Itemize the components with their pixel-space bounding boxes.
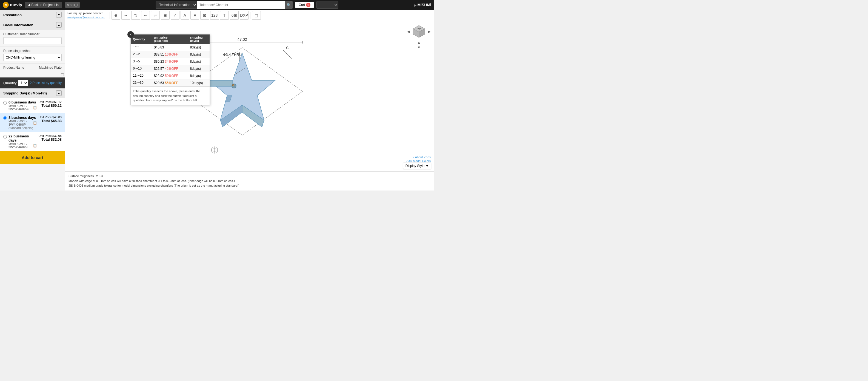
quantity-label: Quantity [3, 81, 17, 85]
toolbar-btn-text-t[interactable]: T [220, 11, 229, 20]
price-table: Quantity unit price(excl. tax) shippingd… [131, 34, 210, 86]
toolbar-btn-resize[interactable]: ↔ [141, 11, 150, 20]
customer-order-input[interactable] [3, 37, 62, 44]
search-input[interactable] [197, 1, 285, 9]
processing-method-select[interactable]: CNC-Milling/Turning [3, 54, 62, 61]
toolbar-btn-views[interactable]: 6⊞ [230, 11, 239, 20]
shipping-radio-6days[interactable] [3, 101, 7, 105]
shipping-option-6days[interactable]: 6 business days MVBLK-MCL-3WY-XHH8P-E 📋 … [0, 98, 65, 113]
toolbar: For inquiry, please contact: meviy-usa@m… [65, 10, 434, 21]
quantity-select[interactable]: 1 2 3 4 5 [18, 80, 28, 86]
inquiry-info: For inquiry, please contact: meviy-usa@m… [67, 11, 105, 20]
svg-text:C: C [286, 46, 288, 50]
rotate-left-btn[interactable]: ◀ [407, 29, 410, 34]
basic-info-header[interactable]: Basic Information ▲ [0, 20, 65, 30]
price-row-1: 1〜1 $45.83 8day(s) [131, 44, 210, 51]
toolbar-btn-origin[interactable]: ⊕ [112, 11, 120, 20]
view-area: 47.02 Φ3.4 THRU C [65, 21, 434, 171]
cart-button[interactable]: Cart 0 [296, 2, 314, 8]
standard-badge: Standard Shipping [8, 126, 37, 130]
surface-roughness: Surface roughness Ra6.3 [68, 174, 431, 179]
shipping-days-8days: 8 business days [8, 115, 37, 119]
search-icon: 🔍 [287, 3, 291, 7]
precaution-header[interactable]: Precaution ▼ [0, 10, 65, 20]
cart-label: Cart [299, 3, 305, 7]
svg-text:Top: Top [417, 27, 421, 30]
about-links: ? About icons ? 3D Model Colors [406, 155, 431, 163]
right-area: For inquiry, please contact: meviy-usa@m… [65, 10, 434, 190]
inquiry-label: For inquiry, please contact: [67, 11, 105, 15]
rotation-indicator [210, 146, 219, 155]
question-icon-3d: ? [406, 159, 407, 163]
price-row-6: 21〜30 $20.63 55%OFF 10day(s) [131, 79, 210, 86]
back-button[interactable]: ◀ Back to Project List [25, 2, 62, 8]
display-style-label: Display Style [405, 164, 425, 168]
language-dropdown[interactable] [316, 1, 338, 9]
customer-order-label: Customer Order Number [3, 32, 62, 36]
price-list-link[interactable]: ? Price list by quantity [29, 81, 62, 85]
add-to-cart-button[interactable]: Add to cart [0, 151, 65, 164]
toolbar-btn-height[interactable]: ⇅ [131, 11, 140, 20]
rotate-right-btn[interactable]: ▶ [428, 29, 431, 34]
shipping-header[interactable]: Shipping Day(s) (Mon-Fri) ▲ [0, 89, 65, 98]
shipping-code-6days: MVBLK-MCL-3WY-XHH8P-E 📋 [8, 104, 37, 111]
price-list-popup: × Quantity unit price(excl. tax) shippin… [130, 34, 210, 105]
col-quantity-header: Quantity [131, 34, 152, 44]
about-icons-link[interactable]: ? About icons [406, 155, 431, 159]
shipping-option-22days[interactable]: 22 business days MVBLK-MCL-3WY-XHH8P-L 📋… [0, 132, 65, 151]
shipping-price-22days: Unit Price $32.08 Total $32.08 [39, 134, 62, 141]
svg-point-16 [232, 84, 234, 86]
svg-marker-13 [207, 80, 232, 86]
back-arrow-icon: ◀ [28, 3, 30, 7]
shipping-price-6days: Unit Price $59.12 Total $59.12 [39, 100, 62, 108]
quantity-bar: Quantity 1 2 3 4 5 ? Price list by quant… [0, 77, 65, 89]
shipping-days-22days: 22 business days [8, 134, 37, 142]
inquiry-email[interactable]: meviy-usa@misumiusa.com [67, 15, 105, 19]
toolbar-btn-grid[interactable]: ⊞ [161, 11, 169, 20]
toolbar-btn-123[interactable]: 123 [210, 11, 219, 20]
question-icon-about: ? [413, 155, 414, 159]
copy-icon-22days[interactable]: 📋 [33, 144, 37, 147]
toolbar-btn-width[interactable]: ↔ [121, 11, 130, 20]
svg-point-15 [232, 84, 236, 88]
shipping-option-8days[interactable]: 8 business days MVBLK-MCL-3WY-XHH8P 📋 St… [0, 113, 65, 132]
rotate-down-btn[interactable]: ▼ [417, 45, 421, 49]
search-container: Technical Information 🔍 [156, 1, 292, 9]
shipping-days-6days: 6 business days [8, 100, 37, 104]
svg-text:47.02: 47.02 [238, 37, 247, 42]
price-popup-close-button[interactable]: × [127, 31, 134, 38]
about-3d-link[interactable]: ? 3D Model Colors [406, 159, 431, 163]
basic-info-label: Basic Information [3, 23, 33, 27]
toolbar-btn-check[interactable]: ✓ [171, 11, 180, 20]
copy-icon-6days[interactable]: 📋 [33, 106, 37, 109]
shipping-radio-22days[interactable] [3, 135, 7, 138]
popup-note: If the quantity exceeds the above, pleas… [131, 86, 210, 105]
search-category-dropdown[interactable]: Technical Information [156, 1, 197, 9]
rotate-up-btn[interactable]: ▲ [417, 40, 421, 45]
toolbar-btn-tolerance[interactable]: ⊠ [200, 11, 209, 20]
shipping-radio-8days[interactable] [3, 116, 7, 120]
info-note2: JIS B 0405 medium grade tolerance for mo… [68, 183, 431, 188]
price-row-4: 6〜10 $26.57 42%OFF 8day(s) [131, 65, 210, 72]
search-button[interactable]: 🔍 [285, 1, 292, 9]
shipping-code-22days: MVBLK-MCL-3WY-XHH8P-L 📋 [8, 142, 37, 149]
shipping-code-8days: MVBLK-MCL-3WY-XHH8P 📋 [8, 119, 37, 126]
shipping-info-22days: 22 business days MVBLK-MCL-3WY-XHH8P-L 📋 [8, 134, 37, 149]
logo-icon: m [3, 2, 9, 8]
precaution-collapse-btn[interactable]: ▼ [56, 12, 62, 18]
toolbar-btn-rotate[interactable]: ⇌ [151, 11, 160, 20]
copy-icon-8days[interactable]: 📋 [33, 121, 37, 125]
question-icon: ? [29, 81, 32, 85]
toolbar-btn-lines[interactable]: ≡ [190, 11, 199, 20]
toolbar-sep-2 [250, 12, 250, 19]
processing-method-row: Processing method CNC-Milling/Turning [0, 47, 65, 64]
toolbar-btn-cube[interactable]: ◻ [252, 11, 261, 20]
toolbar-btn-text-a[interactable]: A [181, 11, 189, 20]
toolbar-btn-export[interactable]: DXP [240, 11, 249, 20]
basic-info-collapse-btn[interactable]: ▲ [56, 22, 62, 28]
col-unit-price-header: unit price(excl. tax) [152, 34, 188, 44]
shipping-header-label: Shipping Day(s) (Mon-Fri) [3, 91, 47, 95]
shipping-collapse-btn[interactable]: ▲ [56, 90, 62, 96]
display-style-button[interactable]: Display Style ▼ [403, 163, 431, 169]
product-name-value: Machined Plate [39, 66, 62, 70]
